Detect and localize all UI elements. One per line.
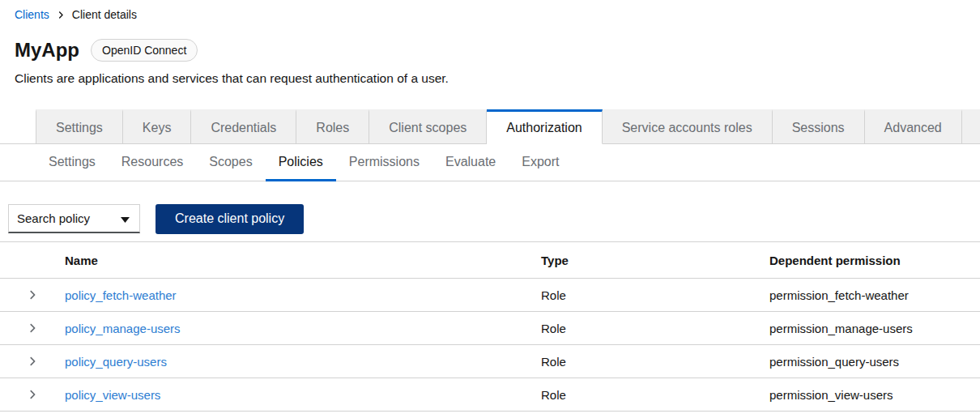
search-policy-dropdown[interactable]: Search policy [8, 204, 140, 233]
client-type-badge: OpenID Connect [91, 39, 198, 62]
policy-name-cell: policy_view-users [65, 378, 541, 412]
table-row: policy_manage-usersRolepermission_manage… [0, 312, 980, 345]
tab-service-accounts-roles[interactable]: Service accounts roles [603, 109, 773, 144]
main-tabs: SettingsKeysCredentialsRolesClient scope… [0, 109, 980, 144]
policy-name-cell: policy_query-users [65, 345, 541, 378]
subtab-scopes[interactable]: Scopes [196, 144, 265, 181]
tab-settings[interactable]: Settings [36, 109, 123, 144]
policy-name-link[interactable]: policy_view-users [65, 388, 160, 402]
policy-type-cell: Role [541, 345, 769, 378]
dependent-permission-cell: permission_query-users [769, 345, 980, 378]
expander-cell [0, 345, 65, 378]
subtab-settings[interactable]: Settings [36, 144, 109, 181]
table-header-row: Name Type Dependent permission [0, 242, 980, 279]
breadcrumb-current: Client details [72, 8, 137, 21]
breadcrumb: Clients Client details [0, 0, 980, 21]
column-header-name: Name [65, 242, 541, 279]
policy-type-cell: Role [541, 378, 769, 412]
subtab-export[interactable]: Export [509, 144, 572, 181]
create-client-policy-button[interactable]: Create client policy [156, 204, 304, 234]
page-title: MyApp [15, 40, 79, 61]
policy-name-cell: policy_manage-users [65, 312, 541, 345]
policy-name-link[interactable]: policy_query-users [65, 355, 167, 369]
expander-cell [0, 312, 65, 345]
expander-cell [0, 378, 65, 412]
tab-events[interactable]: Events [962, 109, 980, 144]
policies-toolbar: Search policy Create client policy [0, 181, 980, 241]
subtab-evaluate[interactable]: Evaluate [432, 144, 509, 181]
authorization-subtabs: SettingsResourcesScopesPoliciesPermissio… [0, 144, 980, 181]
tab-sessions[interactable]: Sessions [773, 109, 865, 144]
subtab-policies[interactable]: Policies [266, 144, 336, 181]
tab-advanced[interactable]: Advanced [865, 109, 962, 144]
tab-client-scopes[interactable]: Client scopes [369, 109, 487, 144]
expander-cell [0, 279, 65, 312]
breadcrumb-link-clients[interactable]: Clients [15, 8, 49, 21]
table-row: policy_query-usersRolepermission_query-u… [0, 345, 980, 378]
dependent-permission-cell: permission_view-users [769, 378, 980, 412]
tab-credentials[interactable]: Credentials [191, 109, 296, 144]
chevron-right-icon [58, 11, 64, 19]
search-policy-dropdown-label: Search policy [17, 211, 90, 225]
tab-keys[interactable]: Keys [123, 109, 192, 144]
chevron-right-icon[interactable] [23, 318, 42, 338]
expander-column-header [0, 242, 65, 279]
column-header-dependent-permission: Dependent permission [769, 242, 980, 279]
policies-table-body: policy_fetch-weatherRolepermission_fetch… [0, 279, 980, 412]
subtab-resources[interactable]: Resources [109, 144, 196, 181]
table-row: policy_fetch-weatherRolepermission_fetch… [0, 279, 980, 312]
tab-roles[interactable]: Roles [296, 109, 369, 144]
chevron-right-icon[interactable] [23, 352, 42, 371]
caret-down-icon [121, 211, 130, 225]
dependent-permission-cell: permission_manage-users [769, 312, 980, 345]
chevron-right-icon[interactable] [23, 385, 42, 404]
table-row: policy_view-usersRolepermission_view-use… [0, 378, 980, 412]
policies-table: Name Type Dependent permission policy_fe… [0, 241, 980, 412]
policy-name-link[interactable]: policy_fetch-weather [65, 288, 177, 302]
policy-name-link[interactable]: policy_manage-users [65, 322, 181, 335]
subtab-permissions[interactable]: Permissions [336, 144, 432, 181]
column-header-type: Type [541, 242, 769, 279]
dependent-permission-cell: permission_fetch-weather [769, 279, 980, 312]
page-description: Clients are applications and services th… [0, 62, 980, 86]
policy-type-cell: Role [541, 312, 769, 345]
policy-name-cell: policy_fetch-weather [65, 279, 541, 312]
policy-type-cell: Role [541, 279, 769, 312]
chevron-right-icon[interactable] [23, 285, 42, 305]
tab-authorization[interactable]: Authorization [487, 109, 602, 144]
